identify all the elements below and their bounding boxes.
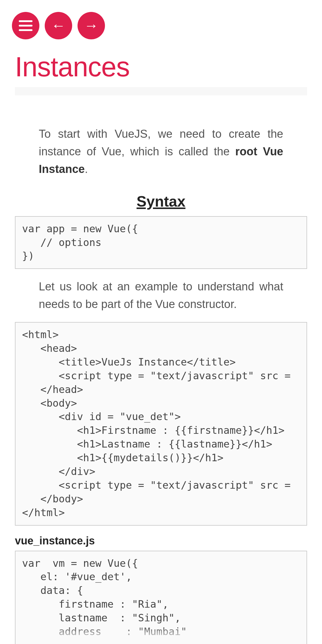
intro-paragraph: To start with VueJS, we need to create t… [15, 125, 307, 178]
menu-button[interactable] [12, 12, 39, 39]
js-filename-label: vue_instance.js [15, 535, 307, 547]
arrow-right-icon: → [84, 18, 98, 33]
header-divider [15, 87, 307, 95]
prev-button[interactable]: ← [45, 12, 72, 39]
svg-rect-2 [19, 29, 32, 31]
hamburger-icon [19, 20, 32, 31]
intro-text-post: . [85, 163, 88, 175]
svg-rect-1 [19, 25, 32, 27]
html-code-block: <html> <head> <title>VueJs Instance</tit… [15, 322, 307, 525]
arrow-left-icon: ← [51, 18, 66, 33]
next-button[interactable]: → [78, 12, 105, 39]
syntax-heading: Syntax [15, 193, 307, 210]
page-title: Instances [15, 51, 322, 83]
js-code-block: var vm = new Vue({ el: '#vue_det', data:… [15, 551, 307, 644]
svg-rect-0 [19, 20, 32, 22]
top-nav: ← → [0, 0, 322, 45]
syntax-code-block: var app = new Vue({ // options }) [15, 216, 307, 269]
example-intro-paragraph: Let us look at an example to understand … [15, 278, 307, 313]
main-content: To start with VueJS, we need to create t… [0, 125, 322, 644]
